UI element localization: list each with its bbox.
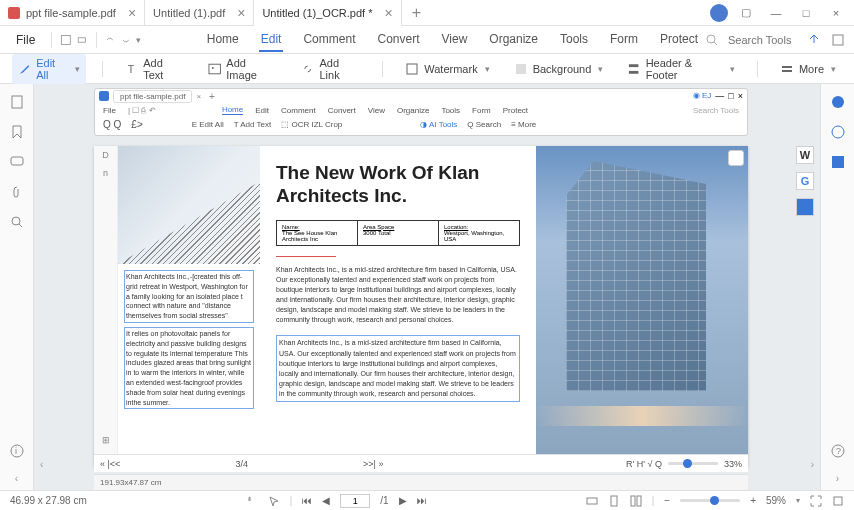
svg-line-17 [19, 224, 22, 227]
fit-page-icon[interactable] [608, 495, 620, 507]
menu-form[interactable]: Form [608, 28, 640, 52]
tab-close-icon[interactable]: × [237, 5, 245, 21]
scroll-left-icon[interactable]: ‹ [40, 459, 43, 470]
nested-menu-convert[interactable]: Convert [328, 106, 356, 115]
tab-2[interactable]: Untitled (1).pdf × [145, 0, 254, 26]
doc-paragraph-1: Khan Architects Inc., is a mid-sized arc… [276, 265, 520, 326]
nested-search-btn[interactable]: Q Search [467, 120, 501, 129]
attachments-icon[interactable] [9, 184, 25, 200]
nested-search[interactable]: Search Tools [693, 106, 739, 115]
nested-menu-organize[interactable]: Organize [397, 106, 429, 115]
zoom-in-icon[interactable]: + [750, 495, 756, 506]
translate-icon[interactable] [830, 154, 846, 170]
nested-ocr[interactable]: ⬚ OCR IZL Crop [281, 120, 342, 129]
settings-icon[interactable]: ▢ [734, 3, 758, 23]
search-tools-input[interactable] [728, 34, 798, 46]
nested-menu-edit[interactable]: Edit [255, 106, 269, 115]
menu-protect[interactable]: Protect [658, 28, 700, 52]
add-image-button[interactable]: Add Image [202, 54, 283, 84]
scroll-right-icon[interactable]: › [811, 459, 814, 470]
doc-paragraph-2[interactable]: Khan Architects Inc., is a mid-sized arc… [276, 335, 520, 402]
collapse-right-icon[interactable]: › [836, 473, 839, 484]
read-mode-icon[interactable] [832, 495, 844, 507]
expand-icon[interactable] [830, 32, 846, 48]
float-panel-blue[interactable] [796, 198, 814, 216]
info-icon[interactable]: i [9, 443, 25, 459]
search-panel-icon[interactable] [9, 214, 25, 230]
menu-view[interactable]: View [440, 28, 470, 52]
image-badge-icon[interactable] [728, 150, 744, 166]
undo-icon[interactable] [104, 32, 116, 48]
page-last-icon[interactable]: ⏭ [417, 495, 427, 506]
nested-more[interactable]: ≡ More [511, 120, 536, 129]
save-icon[interactable] [60, 32, 72, 48]
menu-tools[interactable]: Tools [558, 28, 590, 52]
more-button[interactable]: More▾ [774, 59, 842, 79]
edit-all-button[interactable]: Edit All▾ [12, 54, 86, 84]
nested-add-text[interactable]: T Add Text [234, 120, 272, 129]
menu-home[interactable]: Home [205, 28, 241, 52]
nested-tab[interactable]: ppt file-sample.pdf [113, 90, 192, 103]
add-tab-button[interactable]: + [402, 4, 431, 22]
ai-chat-icon[interactable] [830, 94, 846, 110]
selected-text-1[interactable]: Khan Architects Inc.,-[created this off-… [124, 270, 254, 323]
nested-close[interactable]: × [738, 91, 743, 101]
tab-3[interactable]: Untitled (1)_OCR.pdf * × [254, 0, 401, 26]
nested-menu-comment[interactable]: Comment [281, 106, 316, 115]
user-avatar[interactable] [710, 4, 728, 22]
page-next-icon[interactable]: ▶ [399, 495, 407, 506]
view-mode-icon[interactable] [630, 495, 642, 507]
nested-ai-tools[interactable]: ◑ AI Tools [420, 120, 457, 129]
link-icon [301, 62, 314, 76]
help-icon[interactable]: ? [830, 443, 846, 459]
background-button[interactable]: Background▾ [508, 59, 610, 79]
zoom-out-icon[interactable]: − [664, 495, 670, 506]
tab-1[interactable]: ppt file-sample.pdf × [0, 0, 145, 26]
search-icon [704, 32, 720, 48]
fullscreen-icon[interactable] [810, 495, 822, 507]
print-icon[interactable] [76, 32, 88, 48]
menu-organize[interactable]: Organize [487, 28, 540, 52]
close-button[interactable]: × [824, 3, 848, 23]
hand-tool-icon[interactable] [246, 495, 258, 507]
nested-menu-protect[interactable]: Protect [503, 106, 528, 115]
page-input[interactable] [340, 494, 370, 508]
share-icon[interactable] [806, 32, 822, 48]
nested-user-icon[interactable]: ◉ EJ [693, 91, 712, 101]
zoom-slider[interactable] [680, 499, 740, 502]
float-panel-g[interactable]: G [796, 172, 814, 190]
collapse-left-icon[interactable]: ‹ [15, 473, 18, 484]
select-tool-icon[interactable] [268, 495, 280, 507]
nested-minimize[interactable]: — [715, 91, 724, 101]
maximize-button[interactable]: □ [794, 3, 818, 23]
file-menu[interactable]: File [8, 29, 43, 51]
watermark-button[interactable]: Watermark▾ [399, 59, 495, 79]
nested-menu-form[interactable]: Form [472, 106, 491, 115]
selected-text-2[interactable]: It relies on photovoltaic panels for ele… [124, 327, 254, 409]
add-text-button[interactable]: T Add Text [119, 54, 190, 84]
thumbnails-icon[interactable] [9, 94, 25, 110]
add-link-button[interactable]: Add Link [295, 54, 366, 84]
header-footer-button[interactable]: Header & Footer▾ [621, 54, 741, 84]
comments-icon[interactable] [9, 154, 25, 170]
fit-width-icon[interactable] [586, 495, 598, 507]
menu-convert[interactable]: Convert [375, 28, 421, 52]
ai-assist-icon[interactable] [830, 124, 846, 140]
minimize-button[interactable]: — [764, 3, 788, 23]
float-panel-w[interactable]: W [796, 146, 814, 164]
nested-menu-tools[interactable]: Tools [441, 106, 460, 115]
menu-edit[interactable]: Edit [259, 28, 284, 52]
menu-comment[interactable]: Comment [301, 28, 357, 52]
nested-file[interactable]: File [103, 106, 116, 115]
col-q-icon[interactable]: ⊞ [102, 435, 110, 445]
nested-maximize[interactable]: □ [728, 91, 733, 101]
tab-close-icon[interactable]: × [384, 5, 392, 21]
tab-close-icon[interactable]: × [128, 5, 136, 21]
nested-menu-home[interactable]: Home [222, 105, 243, 115]
page-first-icon[interactable]: ⏮ [302, 495, 312, 506]
nested-edit-all[interactable]: E Edit All [192, 120, 224, 129]
bookmarks-icon[interactable] [9, 124, 25, 140]
page-prev-icon[interactable]: ◀ [322, 495, 330, 506]
nested-menu-view[interactable]: View [368, 106, 385, 115]
redo-icon[interactable] [120, 32, 132, 48]
